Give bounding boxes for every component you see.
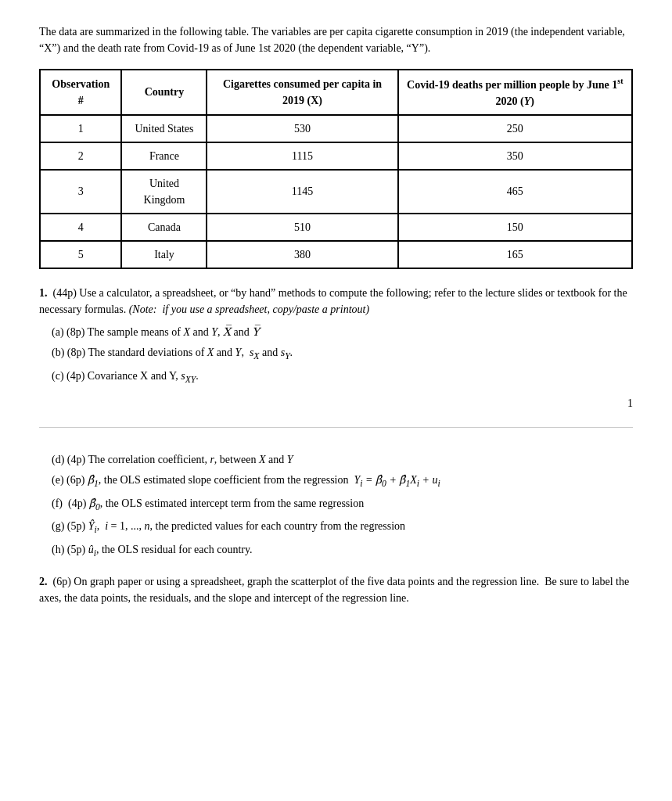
cell-country-2: France: [121, 142, 207, 170]
cell-covid-5: 165: [398, 241, 632, 268]
cell-covid-1: 250: [398, 115, 632, 142]
cell-obs-3: 3: [40, 170, 121, 214]
table-row: 2France1115350: [40, 142, 632, 170]
col-header-covid: Covid-19 deaths per million people by Ju…: [398, 70, 632, 115]
q2-number: 2.: [39, 576, 50, 587]
cell-obs-4: 4: [40, 214, 121, 241]
intro-paragraph: The data are summarized in the following…: [39, 23, 633, 56]
table-row: 5Italy380165: [40, 241, 632, 268]
cell-country-5: Italy: [121, 241, 207, 268]
table-row: 1United States530250: [40, 115, 632, 142]
q1f: (f) (4p) β̂0, the OLS estimated intercep…: [52, 495, 633, 515]
q1g: (g) (5p) Ŷi, i = 1, ..., n, the predict…: [52, 518, 633, 537]
col-header-obs: Observation #: [40, 70, 121, 115]
q1-points: (44p): [53, 287, 77, 299]
q1-subquestions-lower: (d) (4p) The correlation coefficient, r,…: [39, 451, 633, 561]
lower-section: (d) (4p) The correlation coefficient, r,…: [39, 451, 633, 606]
cell-cigarettes-5: 380: [207, 241, 397, 268]
question-2-block: 2. (6p) On graph paper or using a spread…: [39, 573, 633, 606]
q1c: (c) (4p) Covariance X and Y, sXY.: [52, 368, 633, 387]
cell-cigarettes-1: 530: [207, 115, 397, 142]
questions-section: 1. (44p) Use a calculator, a spreadsheet…: [39, 285, 633, 387]
q1a: (a) (8p) The sample means of X and Y, X̅…: [52, 324, 633, 341]
question-2-text: 2. (6p) On graph paper or using a spread…: [39, 573, 633, 606]
page-divider: [39, 427, 633, 428]
cell-cigarettes-3: 1145: [207, 170, 397, 214]
table-row: 4Canada510150: [40, 214, 632, 241]
cell-cigarettes-4: 510: [207, 214, 397, 241]
cell-covid-2: 350: [398, 142, 632, 170]
question-1-block: 1. (44p) Use a calculator, a spreadsheet…: [39, 285, 633, 387]
q2-points: (6p): [53, 576, 71, 587]
q1h: (h) (5p) ûi, the OLS residual for each c…: [52, 541, 633, 561]
cell-cigarettes-2: 1115: [207, 142, 397, 170]
col-header-cigarettes: Cigarettes consumed per capita in 2019 (…: [207, 70, 397, 115]
cell-country-3: United Kingdom: [121, 170, 207, 214]
q1-subquestions-upper: (a) (8p) The sample means of X and Y, X̅…: [39, 324, 633, 387]
page-number: 1: [39, 395, 633, 411]
cell-covid-3: 465: [398, 170, 632, 214]
cell-country-4: Canada: [121, 214, 207, 241]
table-row: 3United Kingdom1145465: [40, 170, 632, 214]
q1d: (d) (4p) The correlation coefficient, r,…: [52, 451, 633, 469]
cell-obs-5: 5: [40, 241, 121, 268]
cell-covid-4: 150: [398, 214, 632, 241]
q1b: (b) (8p) The standard deviations of X an…: [52, 344, 633, 364]
data-table: Observation # Country Cigarettes consume…: [39, 69, 633, 269]
q1-number: 1.: [39, 287, 50, 299]
cell-obs-1: 1: [40, 115, 121, 142]
cell-obs-2: 2: [40, 142, 121, 170]
question-1-text: 1. (44p) Use a calculator, a spreadsheet…: [39, 285, 633, 318]
cell-country-1: United States: [121, 115, 207, 142]
q1e: (e) (6p) β̂1, the OLS estimated slope co…: [52, 472, 633, 491]
col-header-country: Country: [121, 70, 207, 115]
